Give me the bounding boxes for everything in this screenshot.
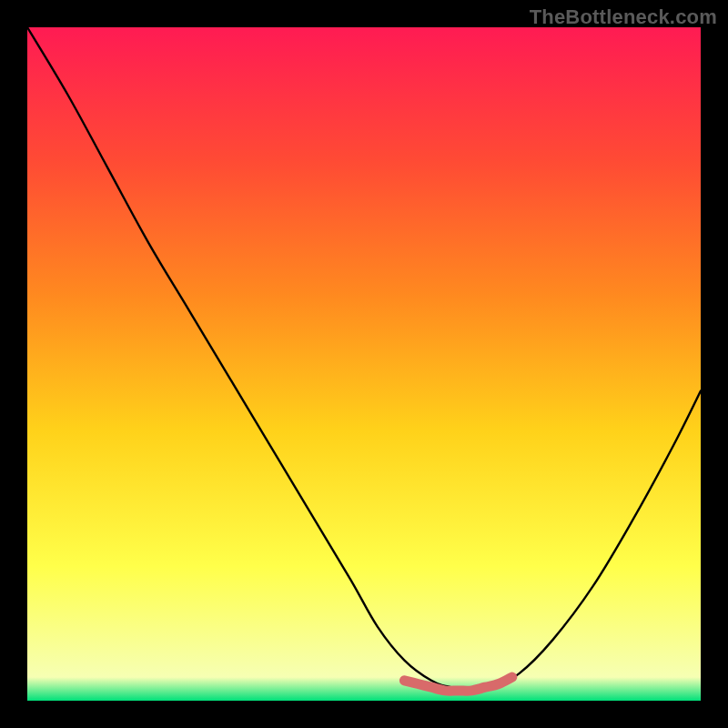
chart-svg — [27, 27, 701, 701]
chart-frame: TheBottleneck.com — [0, 0, 728, 728]
watermark-text: TheBottleneck.com — [530, 5, 717, 29]
plot-area — [27, 27, 701, 701]
gradient-rect — [27, 27, 701, 701]
